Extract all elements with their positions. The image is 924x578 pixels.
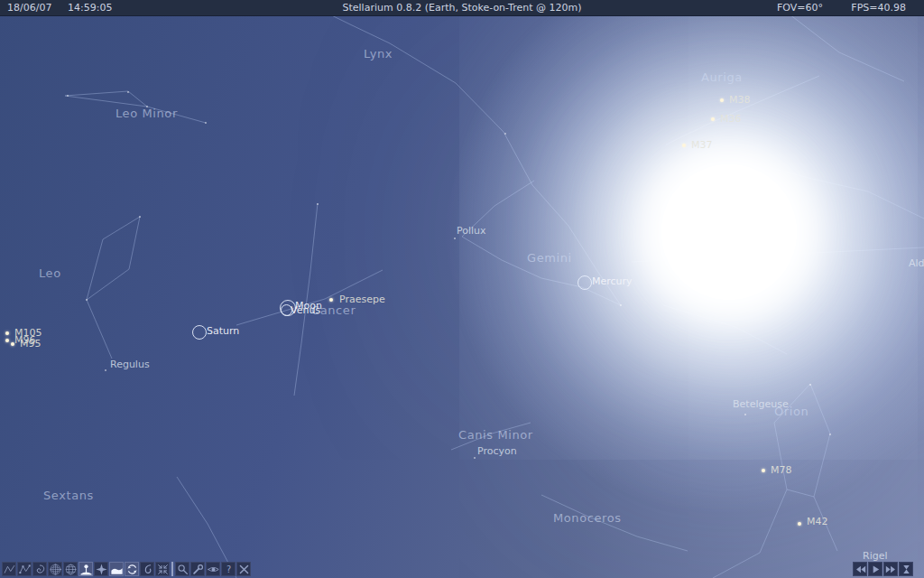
nebulas-icon: [142, 564, 153, 575]
toolbar-button-azimuthal-grid[interactable]: [63, 562, 78, 576]
equatorial-grid-icon: [50, 564, 61, 575]
dso-m96[interactable]: [5, 339, 9, 342]
toolbar-button-help[interactable]: ?: [221, 562, 236, 576]
star-label-pollux: Pollux: [457, 226, 486, 236]
dso-label-praesepe: Praesepe: [339, 294, 385, 304]
star-dot: [620, 304, 622, 306]
constellation-label-monoceros: Monoceros: [553, 512, 622, 524]
planet-label-venus: Venus: [291, 305, 320, 315]
constellation-lines-icon: [4, 564, 15, 575]
dso-label-m36: M36: [720, 114, 742, 124]
star-label-procyon: Procyon: [477, 446, 517, 456]
toolbar-button-constellation-labels[interactable]: [17, 562, 32, 576]
toolbar-button-night-mode[interactable]: [206, 562, 220, 576]
equatorial-mount-icon: [126, 564, 138, 575]
time-control-toolbar: [853, 562, 913, 576]
toolbar-button-fullscreen[interactable]: [155, 562, 170, 576]
dso-m38[interactable]: [720, 98, 724, 102]
increase-time-speed-button[interactable]: [883, 562, 898, 576]
constellation-art-icon: [34, 564, 46, 575]
star-dot: [474, 457, 476, 459]
quit-icon: [238, 564, 250, 575]
constellation-label-leo-minor: Leo Minor: [116, 107, 178, 119]
constellation-label-leo: Leo: [39, 267, 61, 279]
fullscreen-icon: [157, 564, 169, 575]
decrease-time-speed-button[interactable]: [853, 562, 867, 576]
star-dot: [139, 216, 141, 218]
return-to-current-time-button[interactable]: [899, 562, 913, 576]
stellarium-window: LynxAurigaLeo MinorGeminiLeoCancerCanis …: [0, 0, 924, 578]
toolbar-button-config[interactable]: [190, 562, 205, 576]
star-dot: [504, 133, 506, 135]
dso-label-m95: M95: [20, 339, 42, 349]
star-label-regulus: Regulus: [110, 359, 150, 369]
star-dot: [127, 91, 129, 93]
star-dot: [829, 434, 831, 435]
toolbar-button-quit[interactable]: [236, 562, 251, 576]
sky[interactable]: LynxAurigaLeo MinorGeminiLeoCancerCanis …: [0, 0, 924, 578]
star-label-ald: Ald: [909, 258, 924, 268]
star-dot: [105, 369, 106, 371]
constellation-label-auriga: Auriga: [701, 71, 743, 83]
constellation-labels-icon: [19, 564, 31, 575]
toolbar-button-ground[interactable]: [79, 562, 93, 576]
fov-display: FOV=60°: [777, 2, 823, 14]
fps-display: FPS=40.98: [851, 2, 906, 14]
dso-label-m42: M42: [807, 517, 828, 527]
star-dot: [744, 414, 746, 415]
main-toolbar: ?: [2, 562, 251, 576]
now-icon: [901, 564, 912, 575]
cardinal-points-icon: [96, 564, 107, 575]
toolbar-button-constellation-art[interactable]: [32, 562, 47, 576]
planet-marker-saturn[interactable]: [192, 325, 207, 340]
search-icon: [177, 564, 189, 575]
dso-m95[interactable]: [11, 342, 14, 346]
toolbar-divider: [171, 562, 173, 576]
constellation-label-lynx: Lynx: [364, 48, 393, 60]
dso-praesepe[interactable]: [329, 298, 333, 302]
real-time-speed-button[interactable]: [868, 562, 882, 576]
toolbar-button-cardinal-points[interactable]: [94, 562, 108, 576]
star-dot: [86, 299, 88, 301]
dso-m78[interactable]: [762, 469, 765, 472]
forward-icon: [885, 564, 897, 575]
dso-label-m37: M37: [691, 140, 713, 150]
night-mode-icon: [208, 564, 219, 575]
toolbar-button-atmosphere[interactable]: [109, 562, 124, 576]
star-dot: [809, 384, 811, 386]
dso-label-m38: M38: [729, 95, 751, 105]
constellation-label-sextans: Sextans: [43, 489, 94, 501]
constellation-label-gemini: Gemini: [527, 252, 572, 264]
dso-m105[interactable]: [5, 331, 9, 335]
titlebar: 18/06/07 14:59:05 Stellarium 0.8.2 (Eart…: [0, 0, 924, 16]
dso-label-m78: M78: [771, 465, 792, 475]
svg-text:?: ?: [226, 564, 230, 574]
toolbar-button-equatorial-mount[interactable]: [125, 562, 139, 576]
rewind-icon: [855, 564, 866, 575]
star-dot: [317, 203, 319, 205]
star-label-rigel: Rigel: [863, 551, 888, 561]
realtime-icon: [870, 564, 882, 575]
azimuthal-grid-icon: [65, 564, 77, 575]
constellation-label-canis-minor: Canis Minor: [458, 429, 533, 441]
toolbar-button-equatorial-grid[interactable]: [48, 562, 62, 576]
toolbar-button-constellation-lines[interactable]: [2, 562, 16, 576]
atmosphere-icon: [111, 564, 123, 575]
toolbar-button-nebulas[interactable]: [140, 562, 154, 576]
help-icon: ?: [223, 564, 235, 575]
config-icon: [192, 564, 204, 575]
star-dot: [205, 122, 207, 124]
dso-m36[interactable]: [711, 117, 715, 121]
toolbar-button-search[interactable]: [175, 562, 189, 576]
star-dot: [454, 238, 456, 239]
star-label-betelgeuse: Betelgeuse: [733, 399, 789, 409]
planet-label-saturn: Saturn: [207, 326, 239, 336]
dso-m42[interactable]: [798, 522, 801, 526]
planet-marker-mercury[interactable]: [578, 275, 592, 290]
star-dot: [67, 95, 69, 97]
ground-icon: [80, 564, 92, 575]
dso-m37[interactable]: [682, 144, 686, 147]
sky-objects: LynxAurigaLeo MinorGeminiLeoCancerCanis …: [0, 0, 924, 578]
planet-label-mercury: Mercury: [592, 276, 633, 286]
